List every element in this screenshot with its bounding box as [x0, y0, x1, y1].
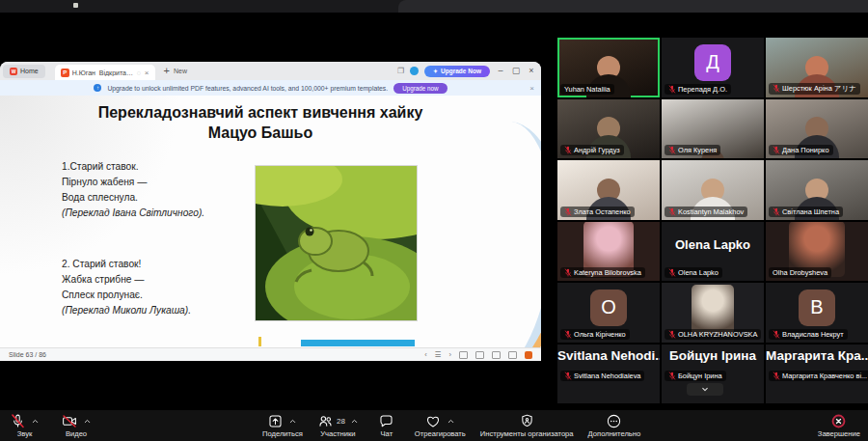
participant-name-label: Svitlana Nehodiaieva — [560, 371, 644, 381]
wps-promo-icon[interactable] — [525, 351, 532, 359]
toolbar-host-tools-label: Инструменты организатора — [480, 429, 574, 438]
share-icon — [267, 413, 284, 429]
single-page-icon[interactable] — [492, 351, 501, 359]
participant-name-label: OLHA KRYZHANOVSKA — [665, 329, 761, 340]
participant-tile[interactable]: OLHA KRYZHANOVSKA — [662, 283, 764, 343]
chevron-down-icon — [700, 385, 710, 394]
multi-window-icon[interactable]: ❐ — [397, 68, 404, 75]
participant-name-text: Оля Куреня — [678, 146, 717, 154]
minimize-button[interactable]: – — [496, 62, 505, 80]
system-title-bar-segment — [398, 0, 868, 13]
restore-button[interactable]: ▢ — [511, 62, 521, 80]
haiku-line: Сплеск пролунає. — [62, 288, 191, 303]
tab-document-label: Н.Юган_Відкрита лекція_Ха... — [72, 69, 134, 76]
end-call-icon — [830, 413, 847, 429]
toolbar-video-button[interactable]: Видео — [61, 413, 92, 438]
participant-name-label: Владислав Некрут — [769, 329, 848, 340]
slide-decor-blue — [419, 115, 541, 347]
participant-name-label: Kateryna Bilobrovska — [560, 267, 645, 278]
participant-name-label: Оля Куреня — [665, 145, 720, 155]
account-icon[interactable] — [410, 67, 419, 75]
toolbar-participants-button[interactable]: 28Участники — [317, 413, 359, 438]
slide-footer-bar — [301, 340, 415, 346]
toolbar-share-button[interactable]: Поделиться — [262, 413, 303, 438]
participant-tile[interactable]: Kateryna Bilobrovska — [557, 222, 660, 282]
participant-tile[interactable]: ДПерепадя Д.О. — [662, 38, 764, 97]
toolbar-audio-label: Звук — [17, 429, 33, 438]
participant-tile[interactable]: ВВладислав Некрут — [766, 283, 868, 343]
system-tray-icon — [73, 3, 78, 8]
haiku-line: 1.Старий ставок. — [62, 159, 204, 175]
toolbar-chat-button[interactable]: Чат — [373, 413, 400, 438]
toolbar-host-tools-button[interactable]: Инструменты организатора — [480, 413, 574, 438]
participant-tile[interactable]: Андрій Гурдуз — [557, 99, 660, 159]
toolbar-audio-button[interactable]: Звук — [10, 413, 40, 438]
toolbar-react-button[interactable]: Отреагировать — [415, 413, 466, 438]
toolbar-share-label: Поделиться — [262, 429, 303, 438]
participant-name-text: Шерстюк Аріна アリナ — [782, 84, 856, 94]
participants-icon — [317, 413, 334, 429]
participant-tile[interactable]: Шерстюк Аріна アリナ — [766, 38, 868, 97]
chat-icon — [378, 413, 394, 429]
participant-name-text: Olha Drobysheva — [773, 268, 827, 277]
slide-title-line2: Мацуо Башьо — [19, 123, 502, 143]
fit-width-icon[interactable] — [459, 351, 468, 359]
slide-indicator: Slide 63 / 86 — [9, 351, 46, 358]
participant-tile[interactable]: Оля Куреня — [662, 99, 764, 159]
display-name: Svitlana Nehodi... — [557, 348, 660, 363]
banner-upgrade-button[interactable]: Upgrade now — [393, 83, 447, 94]
toolbar-end-label: Завершение — [818, 429, 860, 438]
profile-photo — [692, 285, 734, 335]
next-page-icon[interactable]: › — [449, 350, 452, 359]
tab-document[interactable]: P Н.Юган_Відкрита лекція_Ха... ◌ × — [55, 65, 155, 80]
sparkle-icon: ✦ — [433, 68, 438, 74]
toolbar-more-button[interactable]: Дополнительно — [588, 413, 641, 438]
participant-tile[interactable]: Olena LapkoOlena Lapko — [662, 222, 764, 282]
participant-tile[interactable]: Yuhan Nataliia — [557, 38, 660, 97]
pdf-file-icon: P — [61, 69, 69, 77]
new-tab-label: New — [174, 68, 187, 74]
thumbnails-icon[interactable]: ☰ — [435, 350, 442, 359]
haiku-line: 2. Старий ставок! — [62, 257, 191, 272]
participant-name-label: Злата Остапенко — [560, 207, 635, 217]
haiku-line: (Переклад Миколи Лукаша). — [62, 303, 191, 318]
participant-name-text: Бойцун Ірина — [678, 372, 722, 380]
participant-name-text: Злата Остапенко — [574, 207, 631, 216]
toolbar-share-menu-chevron[interactable] — [288, 417, 297, 426]
participant-tile[interactable]: Svitlana Nehodi...Svitlana Nehodiaieva — [557, 345, 660, 404]
tab-home[interactable]: W Home — [3, 65, 45, 78]
participant-name-label: Шерстюк Аріна アリナ — [769, 83, 860, 95]
letter-avatar: О — [590, 289, 627, 326]
toolbar-center-group: Поделиться28УчастникиЧатОтреагироватьИнс… — [262, 413, 640, 438]
prev-page-icon[interactable]: ‹ — [424, 350, 427, 359]
fit-page-icon[interactable] — [475, 351, 484, 359]
participant-name-label: Olena Lapko — [665, 267, 722, 278]
upgrade-now-button[interactable]: ✦ Upgrade Now — [424, 66, 490, 77]
meeting-toolbar: ЗвукВидео Поделиться28УчастникиЧатОтреаг… — [0, 410, 868, 441]
toolbar-video-menu-chevron[interactable] — [83, 417, 92, 426]
participant-name-text: Yuhan Nataliia — [564, 85, 610, 94]
tab-home-label: Home — [20, 68, 39, 74]
participant-name-label: Андрій Гурдуз — [560, 145, 624, 155]
toolbar-participants-menu-chevron[interactable] — [350, 417, 359, 426]
toolbar-react-menu-chevron[interactable] — [447, 417, 455, 426]
participant-tile[interactable]: Дана Понирко — [766, 99, 868, 159]
participant-tile[interactable]: ООльга Кіріченко — [557, 283, 660, 343]
toolbar-audio-menu-chevron[interactable] — [31, 417, 40, 426]
participant-tile[interactable]: Kostiantyn Malakhov — [662, 160, 764, 220]
participant-tile[interactable]: Olha Drobysheva — [766, 222, 868, 282]
pdf-app-window: W Home P Н.Юган_Відкрита лекція_Ха... ◌ … — [0, 62, 541, 361]
new-tab-button[interactable]: + — [164, 66, 170, 76]
close-button[interactable]: × — [527, 62, 536, 80]
show-more-participants-button[interactable] — [687, 383, 723, 396]
participant-tile[interactable]: Маргарита Кра...Маргарита Кравченко ві..… — [766, 345, 868, 404]
haiku-line: Жабка стрибне — — [62, 272, 191, 288]
tab-close-icon[interactable]: × — [145, 69, 149, 77]
toolbar-end-button[interactable]: Завершение — [818, 413, 860, 438]
participant-tile[interactable]: Злата Остапенко — [557, 160, 660, 220]
banner-close-icon[interactable]: × — [529, 84, 534, 93]
participant-tile[interactable]: Світлана Шпетна — [766, 160, 868, 220]
fullscreen-icon[interactable] — [508, 351, 517, 359]
participant-name-text: Kostiantyn Malakhov — [678, 207, 744, 216]
toolbar-chat-label: Чат — [381, 429, 393, 438]
